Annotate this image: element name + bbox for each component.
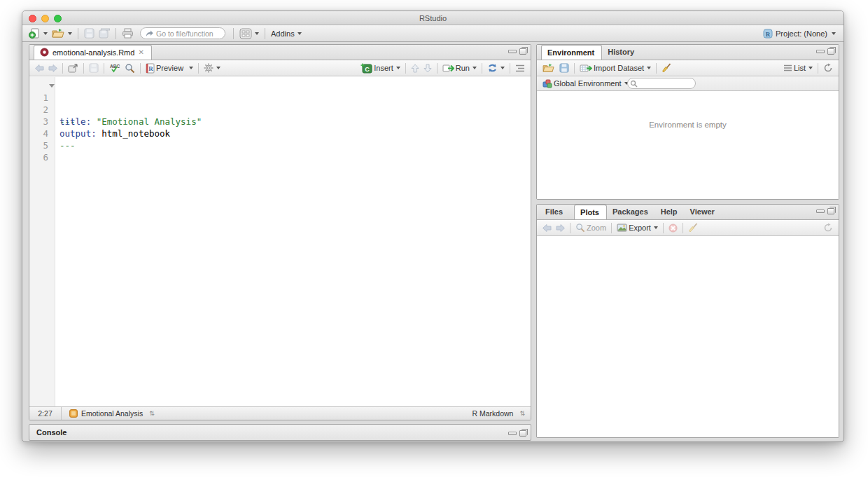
save-all-button[interactable] (97, 27, 112, 39)
tab-label: Help (661, 207, 678, 216)
environment-pane: Environment History (536, 44, 839, 200)
back-arrow-icon (35, 64, 44, 72)
console-pane[interactable]: Console (29, 424, 531, 441)
load-workspace-button[interactable] (540, 62, 557, 74)
open-file-caret (68, 32, 72, 35)
section-navigator-button[interactable]: Emotional Analysis ⇅ (67, 409, 157, 418)
insert-chunk-button[interactable]: C Insert (358, 62, 402, 74)
zoom-window-button[interactable] (54, 15, 62, 22)
next-plot-button[interactable] (554, 224, 567, 233)
maximize-pane-icon[interactable] (519, 430, 526, 437)
code-line[interactable]: 3 output: html_notebook (29, 104, 531, 116)
tab-history[interactable]: History (602, 45, 641, 60)
run-button[interactable]: Run (440, 63, 479, 74)
export-caret (654, 226, 658, 229)
maximize-pane-icon[interactable] (827, 48, 834, 55)
tab-emotional-analysis[interactable]: emotional-analysis.Rmd ✕ (34, 45, 152, 60)
rerun-caret (500, 67, 505, 69)
fold-arrow-icon[interactable] (49, 84, 55, 88)
code-line[interactable]: 6 (29, 139, 531, 151)
list-view-button[interactable]: List (781, 63, 815, 73)
tab-environment[interactable]: Environment (541, 45, 602, 60)
output-options-button[interactable] (202, 62, 223, 74)
goto-file-input[interactable] (156, 29, 219, 38)
tab-help[interactable]: Help (655, 205, 685, 219)
rerun-button[interactable] (485, 62, 507, 74)
project-menu-button[interactable]: R Project: (None) (761, 28, 838, 39)
source-toolbar-right: C Insert Run (358, 62, 527, 74)
doc-type-button[interactable]: R Markdown ⇅ (470, 409, 527, 418)
toolbar-separator (510, 63, 510, 74)
pane-layout-button[interactable] (237, 27, 261, 40)
new-file-button[interactable] (27, 27, 50, 40)
minimize-window-button[interactable] (41, 15, 49, 22)
svg-text:C: C (365, 65, 370, 72)
svg-text:ABC: ABC (110, 64, 120, 69)
open-file-button[interactable] (50, 27, 74, 39)
save-disabled-icon (89, 63, 99, 73)
code-editor[interactable]: 1 --- 2 title: "Emotional Analysis" 3 ou… (29, 77, 531, 406)
refresh-plots-button[interactable] (821, 222, 835, 233)
clear-environment-button[interactable] (659, 62, 674, 74)
export-plot-button[interactable]: Export (615, 223, 660, 233)
preview-notebook-icon: R (146, 63, 155, 74)
toolbar-separator (62, 63, 63, 74)
tab-plots[interactable]: Plots (574, 205, 607, 219)
find-replace-button[interactable] (122, 62, 137, 74)
previous-plot-button[interactable] (540, 224, 554, 233)
source-toolbar: ABC R Preview (29, 60, 531, 76)
import-dataset-caret (647, 67, 651, 69)
go-to-previous-chunk-button[interactable] (409, 63, 421, 74)
run-caret (472, 67, 477, 69)
project-label: Project: (None) (776, 29, 827, 38)
save-workspace-button[interactable] (557, 62, 571, 74)
gear-icon (204, 63, 214, 73)
code-line[interactable]: 4 --- (29, 116, 531, 128)
save-source-button[interactable] (87, 62, 101, 74)
tab-files[interactable]: Files (540, 205, 570, 219)
goto-file-search[interactable] (140, 27, 225, 39)
new-file-icon (29, 27, 41, 39)
refresh-environment-button[interactable] (821, 62, 835, 74)
clear-plots-button[interactable] (686, 222, 701, 233)
code-line[interactable]: 1 --- (29, 80, 531, 92)
minimize-pane-icon[interactable] (508, 50, 517, 53)
svg-text:R: R (148, 65, 153, 72)
close-window-button[interactable] (29, 15, 36, 22)
remove-plot-button[interactable] (666, 223, 680, 233)
code-line[interactable]: 2 title: "Emotional Analysis" (29, 92, 531, 104)
toolbar-separator (140, 63, 141, 74)
code-line[interactable]: 5 (29, 128, 531, 139)
plots-toolbar-right (821, 222, 835, 233)
toolbar-separator (198, 63, 199, 74)
tab-viewer[interactable]: Viewer (685, 205, 722, 219)
import-dataset-button[interactable]: Import Dataset (578, 63, 653, 74)
maximize-pane-icon[interactable] (827, 208, 834, 214)
back-button[interactable] (33, 64, 46, 73)
zoom-plot-button[interactable]: Zoom (573, 222, 608, 233)
up-arrow-icon (411, 64, 419, 73)
addins-button[interactable]: Addins (269, 29, 304, 39)
popout-window-button[interactable] (66, 63, 80, 74)
pane-layout-grid-icon (239, 28, 252, 39)
forward-button[interactable] (46, 64, 59, 73)
print-button[interactable] (120, 27, 136, 39)
spellcheck-abc-icon: ABC (109, 63, 120, 73)
minimize-pane-icon[interactable] (816, 50, 825, 53)
minimize-pane-icon[interactable] (816, 210, 825, 213)
run-icon (442, 64, 454, 73)
go-to-next-chunk-button[interactable] (421, 63, 434, 74)
environment-toolbar-right: List (781, 62, 835, 74)
new-file-caret (43, 32, 48, 35)
tab-label: History (608, 48, 634, 56)
tab-close-icon[interactable]: ✕ (138, 48, 144, 56)
minimize-pane-icon[interactable] (508, 432, 517, 435)
spellcheck-button[interactable]: ABC (107, 62, 122, 74)
back-arrow-icon (542, 224, 552, 232)
global-environment-button[interactable]: Global Environment (540, 78, 631, 89)
document-outline-button[interactable] (513, 64, 527, 73)
save-button[interactable] (82, 27, 97, 39)
tab-packages[interactable]: Packages (607, 205, 655, 219)
preview-button[interactable]: R Preview (144, 62, 195, 74)
maximize-pane-icon[interactable] (519, 48, 526, 55)
